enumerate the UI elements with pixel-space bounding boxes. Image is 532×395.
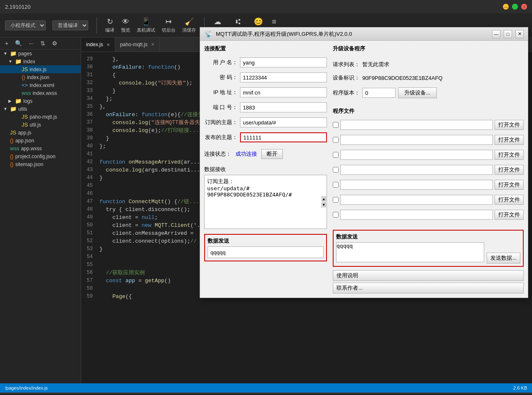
minimize-button[interactable]: — xyxy=(503,4,509,10)
mode-selector[interactable]: 小程序模式 xyxy=(5,20,46,30)
compile-button[interactable]: ↻ 编译 xyxy=(105,17,114,33)
scroll-up-btn[interactable]: ▲ xyxy=(322,196,326,201)
open-file-btn-2[interactable]: 打开文件 xyxy=(495,135,524,145)
sidebar-settings-btn[interactable]: ⚙ xyxy=(50,39,59,47)
sidebar-item-index-wxml[interactable]: <> index.wxml xyxy=(0,81,81,89)
version-input[interactable] xyxy=(362,88,396,98)
tab-index-js[interactable]: index.js ✕ xyxy=(81,37,115,52)
arrow-down-icon-2: ▼ xyxy=(8,59,13,64)
compile-selector[interactable]: 普通编译 xyxy=(52,20,88,30)
sidebar-item-app-json[interactable]: {} app.json xyxy=(0,137,81,144)
version-row: 程序版本： 升级设备... xyxy=(333,87,524,98)
sidebar-item-logs-label: logs xyxy=(23,98,32,104)
dialog-close-btn[interactable]: ✕ xyxy=(515,30,524,38)
ip-input[interactable] xyxy=(240,87,327,97)
sidebar-search-btn[interactable]: 🔍 xyxy=(13,39,24,47)
sidebar-collapse-btn[interactable]: ⇅ xyxy=(39,39,47,47)
tab-appdata[interactable]: AppData xyxy=(119,393,151,395)
open-file-btn-3[interactable]: 打开文件 xyxy=(495,150,524,160)
open-file-btn-5[interactable]: 打开文件 xyxy=(495,180,524,190)
port-row: 端 口 号： xyxy=(204,102,327,112)
sidebar-item-project-config[interactable]: {} project.config.json xyxy=(0,152,81,160)
send-data-button[interactable]: 发送数据... xyxy=(487,253,520,263)
pub-topic-input[interactable] xyxy=(240,132,327,142)
sidebar-item-index-folder[interactable]: ▼ 📁 index xyxy=(0,57,81,65)
sidebar-item-index-json[interactable]: {} index.json xyxy=(0,73,81,81)
send-data-input[interactable] xyxy=(208,246,324,258)
password-input[interactable] xyxy=(240,72,327,82)
preview-button[interactable]: 👁 预览 xyxy=(121,17,130,33)
send-data-inner: 数据发送 qqqqq 发送数据... xyxy=(336,233,520,263)
file-checkbox-7[interactable] xyxy=(333,212,339,218)
file-row-5: 打开文件 xyxy=(333,180,524,190)
tab-audits[interactable]: Audits xyxy=(151,393,176,395)
sidebar-more-btn[interactable]: ··· xyxy=(27,39,35,47)
close-button[interactable]: ✕ xyxy=(521,4,527,10)
file-path-input-3[interactable] xyxy=(340,150,493,160)
maximize-button[interactable]: □ xyxy=(512,4,518,10)
sidebar-item-paho-mqtt[interactable]: JS paho-mqtt.js xyxy=(0,113,81,121)
file-path-input-6[interactable] xyxy=(340,195,493,205)
open-file-btn-7[interactable]: 打开文件 xyxy=(495,210,524,220)
sidebar-add-btn[interactable]: + xyxy=(3,39,10,47)
port-input[interactable] xyxy=(240,102,327,112)
real-debug-button[interactable]: 📱 真机调试 xyxy=(137,17,155,33)
tab-console[interactable]: Console xyxy=(0,393,30,395)
file-checkbox-1[interactable] xyxy=(333,122,339,128)
sidebar-item-index-js[interactable]: JS index.js xyxy=(0,65,81,73)
upgrade-device-button[interactable]: 升级设备... xyxy=(398,87,437,98)
file-checkbox-3[interactable] xyxy=(333,152,339,158)
backend-button[interactable]: ↦ 切后台 xyxy=(162,17,176,33)
contact-author-button[interactable]: 联系作者... xyxy=(333,283,524,293)
tab-sources[interactable]: Sources xyxy=(30,393,60,395)
data-recv-textarea[interactable]: 订阅主题： user/updata/# 90F9P88C9DOE0523E1BZ… xyxy=(204,175,327,229)
username-input[interactable] xyxy=(240,57,327,67)
clear-cache-button[interactable]: 🧹 清缓存 xyxy=(182,17,196,33)
file-path-input-7[interactable] xyxy=(340,210,493,220)
open-file-btn-6[interactable]: 打开文件 xyxy=(495,195,524,205)
file-path-input-2[interactable] xyxy=(340,135,493,145)
disconnect-button[interactable]: 断开 xyxy=(261,149,283,159)
file-path-input-5[interactable] xyxy=(340,180,493,190)
sidebar-item-index-wxss[interactable]: wss index.wxss xyxy=(0,89,81,97)
folder-icon-4: 📁 xyxy=(10,106,17,112)
send-data-textarea[interactable]: qqqqq xyxy=(336,242,484,262)
tab-network[interactable]: Network xyxy=(60,393,90,395)
tab-security[interactable]: Security xyxy=(90,393,119,395)
dialog-minimize-btn[interactable]: — xyxy=(492,30,500,38)
open-file-btn-1[interactable]: 打开文件 xyxy=(495,120,524,130)
tab-close-pahomqtt[interactable]: ✕ xyxy=(151,42,154,47)
send-data-area: 数据发送 qqqqq xyxy=(336,233,484,263)
status-bar: /pages/index/index.js 2.6 KB xyxy=(0,383,532,393)
open-file-btn-4[interactable]: 打开文件 xyxy=(495,165,524,175)
sidebar-item-sitemap-json[interactable]: {} sitemap.json xyxy=(0,160,81,168)
file-path-input-1[interactable] xyxy=(340,120,493,130)
use-description-button[interactable]: 使用说明 xyxy=(333,270,524,281)
file-checkbox-6[interactable] xyxy=(333,197,339,203)
sidebar-item-app-js[interactable]: JS app.js xyxy=(0,129,81,137)
file-checkbox-2[interactable] xyxy=(333,137,339,143)
sidebar-item-utils[interactable]: ▼ 📁 utils xyxy=(0,105,81,113)
sub-topic-input[interactable] xyxy=(240,117,327,127)
sidebar-item-appjson-label: app.json xyxy=(15,138,34,144)
sidebar-item-pages[interactable]: ▼ 📁 pages xyxy=(0,50,81,57)
sidebar-item-index-label: index xyxy=(23,59,35,65)
tab-paho-mqtt[interactable]: paho-mqtt.js ✕ xyxy=(115,37,160,52)
sidebar-item-logs[interactable]: ▶ 📁 logs xyxy=(0,97,81,105)
app-title: 2.1910120 xyxy=(5,4,503,10)
file-checkbox-5[interactable] xyxy=(333,182,339,188)
data-recv-section: 数据接收 订阅主题： user/updata/# 90F9P88C9DOE052… xyxy=(204,166,327,229)
tab-close-indexjs[interactable]: ✕ xyxy=(106,42,110,47)
file-row-6: 打开文件 xyxy=(333,195,524,205)
file-checkbox-4[interactable] xyxy=(333,167,339,173)
wxss-icon: wss xyxy=(22,90,31,96)
file-path-input-4[interactable] xyxy=(340,165,493,175)
sidebar-item-indexjs-label: index.js xyxy=(30,67,47,72)
scroll-down-btn[interactable]: ▼ xyxy=(322,202,326,207)
mqtt-dialog[interactable]: 📡 MQTT调试助手,程序远程升级(WIFI,GPRS,单片机)V2.0.0 —… xyxy=(200,27,528,298)
sidebar-item-util-js[interactable]: JS util.js xyxy=(0,121,81,129)
dialog-maximize-btn[interactable]: □ xyxy=(504,30,512,38)
tab-se[interactable]: Se... xyxy=(176,393,198,395)
request-row: 请求列表： 暂无此需求 xyxy=(333,61,524,68)
sidebar-item-app-wxss[interactable]: wss app.wxss xyxy=(0,144,81,152)
